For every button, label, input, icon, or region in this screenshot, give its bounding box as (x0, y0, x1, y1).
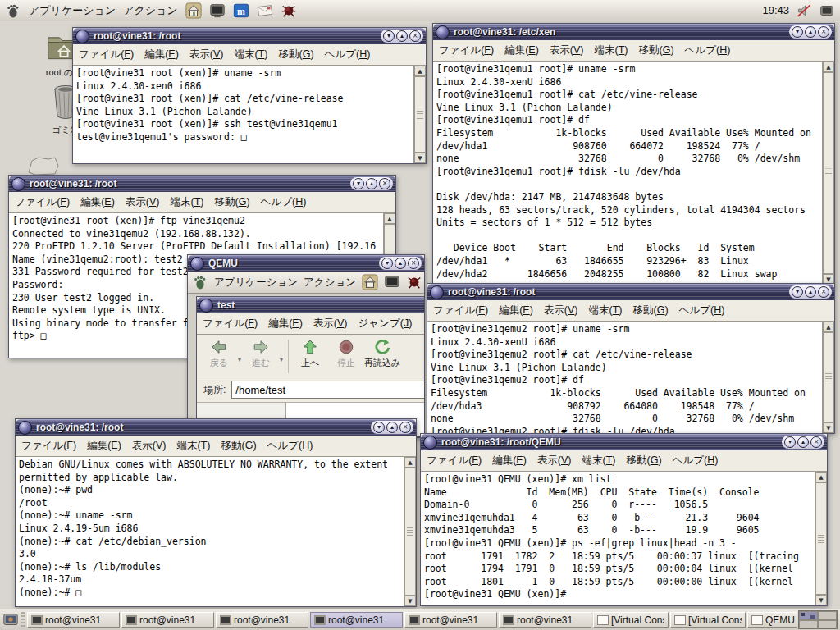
scrollbar[interactable]: ▲ ▼ (413, 66, 426, 163)
menu-help[interactable]: ヘルプ(H) (325, 48, 371, 62)
scroll-up-icon[interactable]: ▲ (384, 213, 395, 224)
maximize-button[interactable]: ▴ (386, 422, 398, 433)
workspace-4[interactable] (818, 620, 837, 629)
menu-go[interactable]: 移動(G) (633, 304, 669, 317)
scroll-down-icon[interactable]: ▼ (823, 422, 834, 433)
menu-view[interactable]: 表示(V) (126, 195, 160, 209)
titlebar[interactable]: test (197, 297, 424, 313)
scroll-thumb[interactable] (823, 72, 834, 274)
terminal-output[interactable]: [root@vine31qemu1 root]# uname -srm Linu… (433, 62, 822, 285)
terminal-output[interactable]: [root@vine31 root (xen)]# uname -srm Lin… (73, 66, 413, 163)
scrollbar[interactable]: ▲ ▼ (822, 322, 834, 433)
scroll-up-icon[interactable]: ▲ (823, 322, 834, 332)
scroll-up-icon[interactable]: ▲ (414, 66, 426, 76)
taskbar-button[interactable]: root@vine31 (121, 612, 214, 628)
taskbar-button[interactable]: root@vine31 (404, 612, 497, 628)
forward-button[interactable]: 進む (244, 338, 278, 369)
minimize-button[interactable]: ▾ (792, 26, 803, 38)
menu-view[interactable]: 表示(V) (132, 439, 167, 453)
menu-file[interactable]: ファイル(F) (427, 454, 482, 468)
guest-bug-launcher-icon[interactable] (406, 274, 422, 290)
menu-help[interactable]: ヘルプ(H) (261, 195, 307, 209)
scroll-down-icon[interactable]: ▼ (815, 595, 827, 605)
terminal-output[interactable]: [root@vine31 QEMU (xen)]# xm list Name I… (421, 472, 815, 605)
up-button[interactable]: 上へ (293, 338, 327, 369)
workspace-1[interactable] (799, 611, 818, 620)
back-dropdown-icon[interactable]: ▾ (238, 356, 241, 363)
maximize-button[interactable]: ▴ (805, 286, 816, 298)
scroll-thumb[interactable] (404, 468, 416, 596)
taskbar-button[interactable]: root@vine31 (216, 612, 308, 628)
terminal-output[interactable]: [root@vine31qemu2 root]# uname -srm Linu… (427, 322, 822, 433)
menu-terminal[interactable]: 端末(T) (582, 454, 616, 468)
titlebar[interactable]: root@vine31: /root ▾ ▴ × (16, 419, 416, 436)
scroll-up-icon[interactable]: ▲ (823, 62, 834, 72)
stop-button[interactable]: 停止 (329, 338, 363, 369)
gnome-foot-icon[interactable] (192, 274, 208, 290)
maximize-button[interactable]: ▴ (395, 258, 406, 269)
workspace-switcher[interactable] (798, 610, 838, 629)
menu-go[interactable]: 移動(G) (639, 43, 674, 57)
home-launcher-icon[interactable] (185, 2, 202, 19)
menu-terminal[interactable]: 端末(T) (589, 304, 623, 317)
menu-terminal[interactable]: 端末(T) (171, 195, 204, 209)
scrollbar[interactable]: ▲ ▼ (815, 472, 827, 605)
taskbar-drag-handle[interactable] (21, 612, 25, 628)
taskbar-button[interactable]: root@vine31 (27, 612, 120, 628)
close-button[interactable]: × (408, 258, 419, 269)
workspace-2[interactable] (818, 611, 837, 620)
gnome-foot-icon[interactable] (5, 2, 21, 19)
close-button[interactable]: × (810, 436, 822, 448)
scroll-up-icon[interactable]: ▲ (404, 457, 416, 468)
close-button[interactable]: × (409, 30, 421, 42)
taskbar-button[interactable]: QEMU (747, 612, 797, 628)
menu-file[interactable]: ファイル(F) (15, 195, 70, 209)
minimize-button[interactable]: ▾ (353, 178, 364, 189)
guest-applications-menu[interactable]: アプリケーション (214, 276, 298, 290)
minimize-button[interactable]: ▾ (383, 30, 395, 42)
menu-view[interactable]: 表示(V) (537, 454, 572, 468)
menu-view[interactable]: 表示(V) (189, 48, 224, 62)
maximize-button[interactable]: ▴ (366, 178, 377, 189)
close-button[interactable]: × (818, 286, 829, 298)
menu-go[interactable]: 移動(G) (215, 195, 250, 209)
taskbar-button[interactable]: [Virtual Cons (593, 612, 669, 628)
titlebar[interactable]: root@vine31: /root/QEMU ▾ ▴ × (421, 434, 827, 450)
menu-help[interactable]: ヘルプ(H) (267, 439, 313, 453)
menu-edit[interactable]: 編集(E) (87, 439, 121, 453)
menu-terminal[interactable]: 端末(T) (235, 48, 268, 62)
menu-edit[interactable]: 編集(E) (504, 43, 539, 57)
applications-menu[interactable]: アプリケーション (29, 3, 116, 18)
menu-file[interactable]: ファイル(F) (21, 439, 76, 453)
maximize-button[interactable]: ▴ (797, 436, 809, 448)
scrollbar[interactable]: ▲ ▼ (822, 62, 834, 285)
actions-menu[interactable]: アクション (123, 3, 178, 18)
taskbar-button[interactable]: [Virtual Cons (670, 612, 746, 628)
scroll-up-icon[interactable]: ▲ (815, 472, 827, 482)
terminal-output[interactable]: Debian GNU/Linux comes with ABSOLUTELY N… (16, 457, 404, 606)
menu-jump[interactable]: ジャンプ(J) (358, 317, 413, 331)
guest-terminal-launcher-icon[interactable] (384, 274, 400, 290)
scroll-down-icon[interactable]: ▼ (404, 596, 416, 606)
guest-actions-menu[interactable]: アクション (304, 276, 356, 290)
menu-view[interactable]: 表示(V) (313, 317, 348, 331)
titlebar[interactable]: root@vine31: /etc/xen ▾ ▴ × (433, 24, 834, 40)
menu-file[interactable]: ファイル(F) (433, 304, 488, 317)
speaker-muted-icon[interactable] (796, 2, 812, 19)
workspace-3[interactable] (799, 620, 818, 629)
close-button[interactable]: × (379, 178, 390, 189)
titlebar[interactable]: root@vine31: /root ▾ ▴ × (427, 284, 834, 300)
menu-edit[interactable]: 編集(E) (80, 195, 115, 209)
minimize-button[interactable]: ▾ (792, 286, 803, 298)
scroll-thumb[interactable] (823, 332, 834, 422)
close-button[interactable]: × (818, 26, 829, 38)
maximize-button[interactable]: ▴ (396, 30, 408, 42)
close-button[interactable]: × (399, 422, 411, 433)
maximize-button[interactable]: ▴ (805, 26, 816, 38)
taskbar-button[interactable]: root@vine31 (310, 612, 403, 628)
menu-view[interactable]: 表示(V) (544, 304, 578, 317)
screen-indicator-icon[interactable] (819, 2, 835, 19)
menu-help[interactable]: ヘルプ(H) (673, 454, 719, 468)
scroll-thumb[interactable] (815, 482, 827, 595)
menu-go[interactable]: 移動(G) (279, 48, 314, 62)
